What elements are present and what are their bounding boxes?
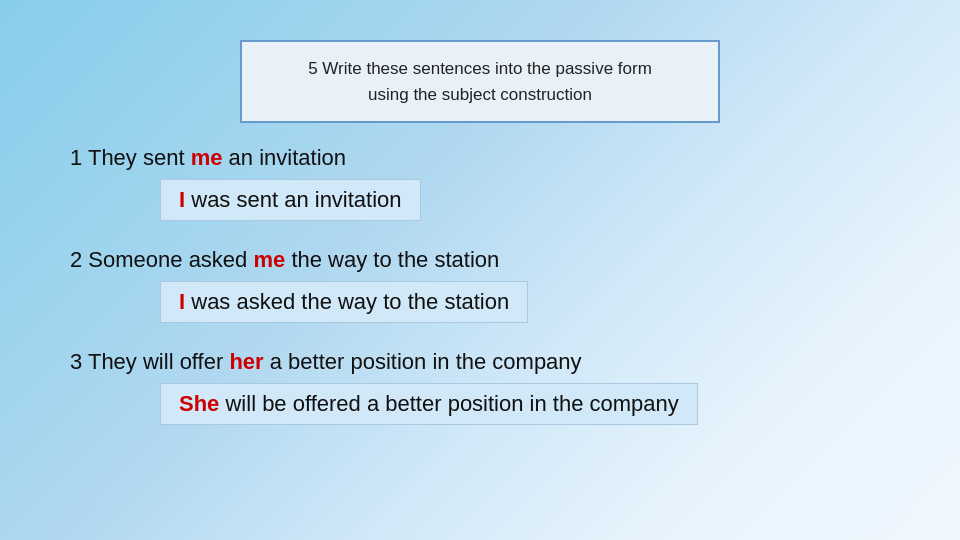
sentence-3-number: 3 They will offer — [70, 349, 229, 374]
sentence-2-answer: I was asked the way to the station — [160, 281, 528, 323]
sentence-1-red-word: me — [191, 145, 223, 170]
sentence-2-line: 2 Someone asked me the way to the statio… — [60, 247, 900, 273]
sentence-1-rest: an invitation — [222, 145, 346, 170]
instruction-text-line1: 5 Write these sentences into the passive… — [308, 59, 652, 78]
sentence-block-3: 3 They will offer her a better position … — [60, 349, 900, 429]
sentence-2-answer-text: was asked the way to the station — [185, 289, 509, 314]
sentence-2-number: 2 Someone asked — [70, 247, 253, 272]
sentence-3-answer-text: will be offered a better position in the… — [219, 391, 678, 416]
sentence-1-answer: I was sent an invitation — [160, 179, 421, 221]
sentence-1-line: 1 They sent me an invitation — [60, 145, 900, 171]
page-container: 5 Write these sentences into the passive… — [0, 0, 960, 540]
sentence-3-red-word: her — [229, 349, 263, 374]
sentence-3-line: 3 They will offer her a better position … — [60, 349, 900, 375]
sentence-1-number: 1 They sent — [70, 145, 191, 170]
sentence-3-answer-subject: She — [179, 391, 219, 416]
instruction-line1: 5 Write these sentences into the passive… — [308, 59, 652, 78]
sentence-block-1: 1 They sent me an invitation I was sent … — [60, 145, 900, 225]
sentence-2-rest: the way to the station — [285, 247, 499, 272]
sentence-block-2: 2 Someone asked me the way to the statio… — [60, 247, 900, 327]
instruction-box: 5 Write these sentences into the passive… — [240, 40, 720, 123]
sentence-2-red-word: me — [253, 247, 285, 272]
sentence-3-rest: a better position in the company — [264, 349, 582, 374]
sentence-3-answer: She will be offered a better position in… — [160, 383, 698, 425]
instruction-text-line2: using the subject construction — [368, 85, 592, 104]
sentence-1-answer-text: was sent an invitation — [185, 187, 401, 212]
